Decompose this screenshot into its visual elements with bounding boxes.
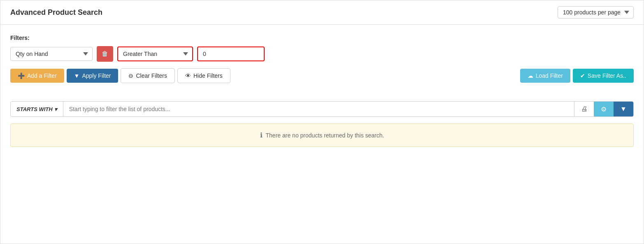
per-page-select[interactable]: 25 products per page50 products per page… bbox=[558, 6, 634, 19]
clear-filters-button[interactable]: ⊖ Clear Filters bbox=[121, 68, 174, 83]
actions-row: ➕ Add a Filter ▼ Apply Filter ⊖ Clear Fi… bbox=[10, 68, 634, 83]
settings-button[interactable]: ⚙ bbox=[594, 102, 614, 116]
filter-row: Qty on HandProduct NameSKUPriceCategory … bbox=[10, 46, 634, 62]
upload-icon: ☁ bbox=[528, 72, 533, 79]
apply-filter-button[interactable]: ▼ Apply Filter bbox=[67, 69, 119, 83]
operator-select-wrapper: Greater ThanLess ThanEqual ToNot Equal T… bbox=[117, 46, 193, 61]
filter-icon: ▼ bbox=[74, 72, 80, 79]
print-button[interactable]: 🖨 bbox=[574, 102, 594, 116]
page-wrapper: Advanced Product Search 25 products per … bbox=[0, 0, 644, 244]
add-filter-label: Add a Filter bbox=[27, 72, 57, 79]
operator-select[interactable]: Greater ThanLess ThanEqual ToNot Equal T… bbox=[118, 47, 192, 60]
search-type-button[interactable]: STARTS WITH ▾ bbox=[11, 102, 63, 116]
right-actions: ☁ Load Filter ✔ Save Filter As.. bbox=[520, 69, 634, 83]
trash-icon: 🗑 bbox=[102, 50, 108, 58]
no-results-banner: ℹ There are no products returned by this… bbox=[10, 123, 634, 147]
search-section: STARTS WITH ▾ 🖨 ⚙ ▼ bbox=[0, 93, 644, 117]
save-filter-button[interactable]: ✔ Save Filter As.. bbox=[573, 69, 634, 83]
info-icon: ℹ bbox=[260, 131, 263, 139]
clear-filters-label: Clear Filters bbox=[136, 72, 167, 79]
load-filter-button[interactable]: ☁ Load Filter bbox=[520, 69, 570, 83]
print-icon: 🖨 bbox=[581, 105, 588, 113]
search-type-label: STARTS WITH bbox=[16, 106, 53, 112]
no-results-message: There are no products returned by this s… bbox=[266, 132, 384, 139]
header: Advanced Product Search 25 products per … bbox=[0, 0, 644, 25]
funnel-icon: ▼ bbox=[620, 105, 627, 113]
add-filter-button[interactable]: ➕ Add a Filter bbox=[10, 69, 64, 83]
plus-icon: ➕ bbox=[18, 72, 25, 79]
eye-slash-icon: 👁 bbox=[185, 72, 191, 79]
value-input-wrapper bbox=[197, 46, 265, 61]
filters-label: Filters: bbox=[10, 35, 634, 41]
minus-circle-icon: ⊖ bbox=[128, 72, 133, 79]
gear-icon: ⚙ bbox=[601, 105, 607, 113]
load-filter-label: Load Filter bbox=[536, 72, 563, 79]
field-select[interactable]: Qty on HandProduct NameSKUPriceCategory bbox=[10, 47, 93, 61]
search-actions: 🖨 ⚙ ▼ bbox=[574, 102, 633, 116]
filter-value-input[interactable] bbox=[198, 47, 264, 60]
check-icon: ✔ bbox=[580, 72, 585, 79]
page-title: Advanced Product Search bbox=[10, 8, 102, 17]
search-bar: STARTS WITH ▾ 🖨 ⚙ ▼ bbox=[10, 101, 634, 117]
apply-filter-label: Apply Filter bbox=[82, 72, 111, 79]
hide-filters-label: Hide Filters bbox=[193, 72, 223, 79]
filters-section: Filters: Qty on HandProduct NameSKUPrice… bbox=[0, 25, 644, 93]
hide-filters-button[interactable]: 👁 Hide Filters bbox=[177, 68, 230, 83]
chevron-down-icon: ▾ bbox=[54, 106, 57, 112]
save-filter-label: Save Filter As.. bbox=[588, 72, 626, 79]
search-input[interactable] bbox=[63, 102, 574, 116]
filter-toggle-button[interactable]: ▼ bbox=[614, 102, 633, 116]
delete-filter-button[interactable]: 🗑 bbox=[97, 46, 113, 62]
